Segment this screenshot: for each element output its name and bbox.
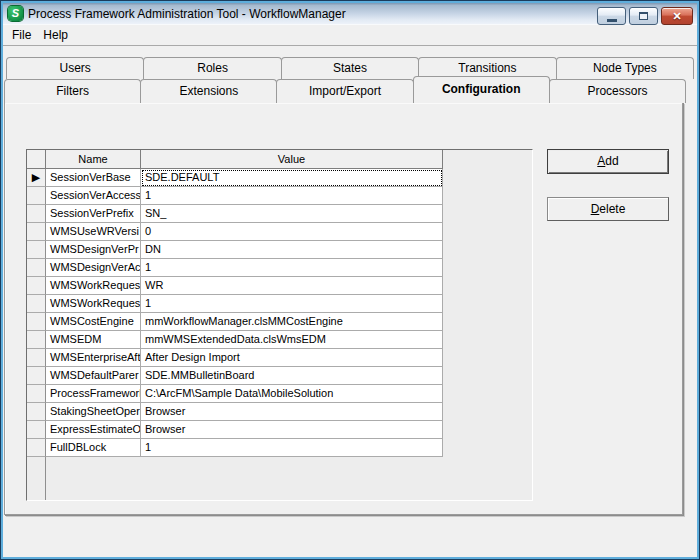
name-cell[interactable]: ExpressEstimateOp	[46, 421, 141, 439]
close-button[interactable]: ✕	[661, 7, 693, 25]
name-cell[interactable]: WMSWorkReques	[46, 277, 141, 295]
grid-header-corner	[27, 150, 46, 169]
table-row: ExpressEstimateOp Browser	[27, 421, 443, 439]
name-cell[interactable]: SessionVerAccess	[46, 187, 141, 205]
restore-button[interactable]	[629, 7, 658, 25]
table-row: SessionVerAccess 1	[27, 187, 443, 205]
add-button[interactable]: Add	[547, 149, 669, 174]
window-title: Process Framework Administration Tool - …	[28, 7, 346, 21]
tab-configuration[interactable]: Configuration	[413, 76, 550, 103]
menu-bar: File Help	[3, 25, 697, 46]
table-row: WMSEDM mmWMSExtendedData.clsWmsEDM	[27, 331, 443, 349]
row-selector-cell[interactable]	[27, 439, 46, 457]
row-selector-cell[interactable]	[27, 259, 46, 277]
name-cell[interactable]: FullDBLock	[46, 439, 141, 457]
value-cell[interactable]: Browser	[141, 403, 443, 421]
table-row: SessionVerPrefix SN_	[27, 205, 443, 223]
name-cell[interactable]: WMSCostEngine	[46, 313, 141, 331]
value-cell[interactable]: 1	[141, 259, 443, 277]
title-bar[interactable]: S Process Framework Administration Tool …	[3, 3, 697, 25]
value-cell[interactable]: SDE.MMBulletinBoard	[141, 367, 443, 385]
row-selector-cell[interactable]	[27, 385, 46, 403]
value-cell[interactable]: 1	[141, 439, 443, 457]
table-row: ▶ SessionVerBase SDE.DEFAULT	[27, 169, 443, 187]
name-cell[interactable]: StakingSheetOper	[46, 403, 141, 421]
row-selector-cell[interactable]	[27, 205, 46, 223]
value-cell[interactable]: Browser	[141, 421, 443, 439]
tab-node-types[interactable]: Node Types	[556, 57, 694, 79]
window-controls: ✕	[597, 7, 693, 25]
name-cell[interactable]: WMSEDM	[46, 331, 141, 349]
name-cell[interactable]: WMSDesignVerPr	[46, 241, 141, 259]
row-selector-cell[interactable]	[27, 421, 46, 439]
grid-rows: ▶ SessionVerBase SDE.DEFAULT SessionVerA…	[27, 169, 443, 457]
value-cell[interactable]: DN	[141, 241, 443, 259]
menu-file[interactable]: File	[6, 26, 37, 44]
value-cell[interactable]: SDE.DEFAULT	[141, 169, 443, 187]
app-logo-icon: S	[8, 6, 23, 21]
tab-roles[interactable]: Roles	[143, 57, 281, 79]
table-row: WMSEnterpriseAft After Design Import	[27, 349, 443, 367]
row-selector-cell[interactable]	[27, 349, 46, 367]
tab-row-1: Users Roles States Transitions Node Type…	[6, 57, 693, 79]
value-cell[interactable]: 1	[141, 295, 443, 313]
value-cell[interactable]: WR	[141, 277, 443, 295]
name-cell[interactable]: WMSUseWRVersi	[46, 223, 141, 241]
value-cell[interactable]: 1	[141, 187, 443, 205]
value-cell[interactable]: mmWorkflowManager.clsMMCostEngine	[141, 313, 443, 331]
row-selector-cell[interactable]	[27, 187, 46, 205]
grid-header-row: Name Value	[27, 150, 443, 169]
name-cell[interactable]: ProcessFramework	[46, 385, 141, 403]
tab-extensions[interactable]: Extensions	[140, 79, 277, 103]
tab-states[interactable]: States	[281, 57, 419, 79]
configuration-grid: Name Value ▶ SessionVerBase SDE.DEFAULT …	[26, 149, 533, 501]
app-window: S Process Framework Administration Tool …	[0, 0, 700, 560]
row-selector-cell[interactable]: ▶	[27, 169, 46, 187]
tab-filters[interactable]: Filters	[4, 79, 141, 103]
table-row: WMSDesignVerPr DN	[27, 241, 443, 259]
table-row: WMSCostEngine mmWorkflowManager.clsMMCos…	[27, 313, 443, 331]
table-row: WMSDefaultParer SDE.MMBulletinBoard	[27, 367, 443, 385]
minimize-button[interactable]	[597, 7, 626, 25]
grid-table: Name Value ▶ SessionVerBase SDE.DEFAULT …	[27, 150, 443, 457]
minimize-icon	[607, 19, 617, 22]
row-selector-cell[interactable]	[27, 331, 46, 349]
row-selector-cell[interactable]	[27, 277, 46, 295]
table-row: WMSDesignVerAc 1	[27, 259, 443, 277]
restore-icon	[639, 12, 648, 20]
value-cell[interactable]: mmWMSExtendedData.clsWmsEDM	[141, 331, 443, 349]
value-cell[interactable]: After Design Import	[141, 349, 443, 367]
table-row: StakingSheetOper Browser	[27, 403, 443, 421]
table-row: ProcessFramework C:\ArcFM\Sample Data\Mo…	[27, 385, 443, 403]
table-row: WMSWorkReques 1	[27, 295, 443, 313]
name-cell[interactable]: WMSEnterpriseAft	[46, 349, 141, 367]
table-row: FullDBLock 1	[27, 439, 443, 457]
value-cell[interactable]: 0	[141, 223, 443, 241]
delete-button[interactable]: Delete	[547, 197, 669, 221]
row-selector-cell[interactable]	[27, 241, 46, 259]
tab-processors[interactable]: Processors	[549, 79, 686, 103]
name-cell[interactable]: SessionVerPrefix	[46, 205, 141, 223]
tab-import-export[interactable]: Import/Export	[276, 79, 413, 103]
name-cell[interactable]: WMSDefaultParer	[46, 367, 141, 385]
tab-row-2: Filters Extensions Import/Export Configu…	[4, 79, 685, 103]
row-selector-cell[interactable]	[27, 403, 46, 421]
name-cell[interactable]: SessionVerBase	[46, 169, 141, 187]
value-cell[interactable]: C:\ArcFM\Sample Data\MobileSolution	[141, 385, 443, 403]
grid-header-name[interactable]: Name	[46, 150, 141, 169]
table-row: WMSWorkReques WR	[27, 277, 443, 295]
close-icon: ✕	[672, 8, 681, 24]
menu-help[interactable]: Help	[37, 26, 74, 44]
grid-header-value[interactable]: Value	[141, 150, 443, 169]
row-selector-cell[interactable]	[27, 223, 46, 241]
tab-users[interactable]: Users	[6, 57, 144, 79]
name-cell[interactable]: WMSDesignVerAc	[46, 259, 141, 277]
row-selector-cell[interactable]	[27, 313, 46, 331]
table-row: WMSUseWRVersi 0	[27, 223, 443, 241]
row-selector-cell[interactable]	[27, 295, 46, 313]
row-selector-cell[interactable]	[27, 367, 46, 385]
name-cell[interactable]: WMSWorkReques	[46, 295, 141, 313]
value-cell[interactable]: SN_	[141, 205, 443, 223]
